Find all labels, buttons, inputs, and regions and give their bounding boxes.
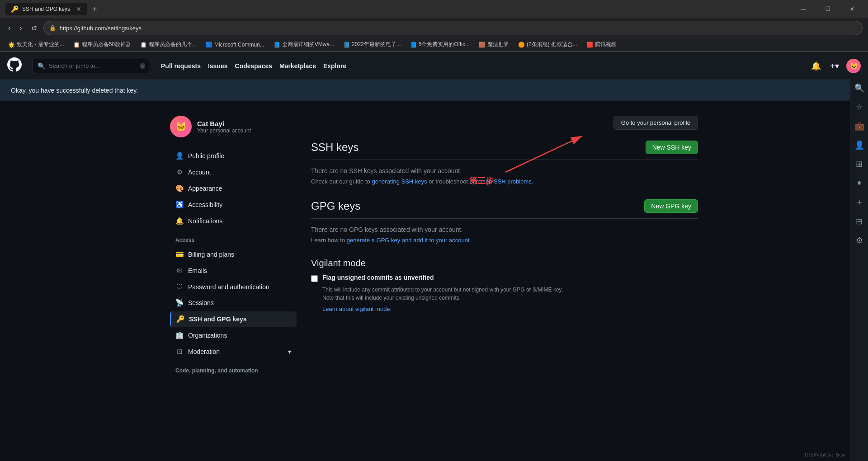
url-input[interactable] <box>60 25 857 32</box>
nav-link-marketplace[interactable]: Marketplace <box>279 62 316 70</box>
vigilant-checkbox-row: Flag unsigned commits as unverified <box>311 274 698 282</box>
new-item-button[interactable]: +▾ <box>828 59 841 73</box>
sidebar-item-sessions[interactable]: 📡 Sessions <box>170 295 297 310</box>
bookmark-item-7[interactable]: 🟫 魔法世界 <box>476 40 512 49</box>
bookmark-item-0[interactable]: 🌟 致美化 - 最专业的... <box>5 40 67 49</box>
nav-link-issues[interactable]: Issues <box>208 62 228 70</box>
sidebar-item-notifications[interactable]: 🔔 Notifications <box>170 213 297 229</box>
nav-link-codespaces[interactable]: Codespaces <box>235 62 272 70</box>
sidebar-item-label: Organizations <box>188 332 227 339</box>
sidebar-item-appearance[interactable]: 🎨 Appearance <box>170 181 297 196</box>
sessions-icon: 📡 <box>175 299 184 307</box>
bookmark-item-5[interactable]: 📘 2022年最新的电子... <box>340 40 404 49</box>
sidebar-item-public-profile[interactable]: 👤 Public profile <box>170 148 297 164</box>
right-icon-star[interactable]: ☆ <box>853 99 866 115</box>
bell-icon: 🔔 <box>175 217 184 225</box>
gpg-guide-end: . <box>470 237 472 244</box>
sidebar-item-accessibility[interactable]: ♿ Accessibility <box>170 197 297 212</box>
bookmark-item-1[interactable]: 📋 程序员必备50款神器 <box>71 40 134 49</box>
new-ssh-key-button[interactable]: New SSH key <box>646 141 698 154</box>
forward-button[interactable]: › <box>17 22 24 34</box>
back-button[interactable]: ‹ <box>5 22 13 34</box>
sidebar-item-label: Public profile <box>188 152 224 160</box>
github-logo[interactable] <box>7 57 22 75</box>
lock-icon: 🔒 <box>49 25 56 31</box>
right-icon-grid2[interactable]: ⊟ <box>853 214 865 229</box>
vigilant-section: Vigilant mode Flag unsigned commits as u… <box>311 258 698 312</box>
gpg-guide-prefix: Learn how to <box>311 237 347 244</box>
vigilant-checkbox-label[interactable]: Flag unsigned commits as unverified <box>322 274 434 281</box>
bookmark-item-4[interactable]: 📘 全网最详细的VMwa... <box>271 40 337 49</box>
bookmark-item-8[interactable]: 🟠 (2条消息) 推荐适合... <box>515 40 580 49</box>
github-header-right: 🔔 +▾ 🐱 <box>809 59 861 73</box>
go-to-profile-button[interactable]: Go to your personal profile <box>613 116 698 130</box>
bookmark-label: 5个免费实用的Offic... <box>419 41 470 48</box>
watermark: CSDN @Cat_Bayi <box>805 452 845 457</box>
address-bar[interactable]: 🔒 <box>43 21 863 35</box>
sidebar-item-account[interactable]: ⚙ Account <box>170 165 297 180</box>
nav-link-pullrequests[interactable]: Pull requests <box>161 62 201 70</box>
right-icon-grid[interactable]: ⊞ <box>853 156 865 172</box>
close-button[interactable]: ✕ <box>842 2 863 16</box>
ssh-guide-link1[interactable]: generating SSH keys <box>372 178 427 185</box>
email-icon: ✉ <box>175 267 184 275</box>
sidebar-item-organizations[interactable]: 🏢 Organizations <box>170 328 297 343</box>
new-tab-button[interactable]: + <box>89 3 101 16</box>
sidebar-item-label: Emails <box>188 267 207 274</box>
right-icon-briefcase[interactable]: 💼 <box>852 118 867 134</box>
sidebar-item-label: Accessibility <box>188 201 222 208</box>
minimize-button[interactable]: — <box>793 2 814 16</box>
gear-icon: ⚙ <box>175 168 184 176</box>
active-browser-tab[interactable]: 🔑 SSH and GPG keys ✕ <box>5 3 87 15</box>
gpg-guide-link[interactable]: generate a GPG key and add it to your ac… <box>347 237 470 244</box>
bookmark-item-2[interactable]: 📋 程序员必备的几个... <box>137 40 199 49</box>
vigilant-checkbox[interactable] <box>311 275 318 282</box>
right-icon-settings[interactable]: ⚙ <box>853 233 866 248</box>
alert-message: Okay, you have successfully deleted that… <box>11 87 138 94</box>
moderation-left: ⊡ Moderation <box>175 348 220 356</box>
alert-banner: Okay, you have successfully deleted that… <box>0 80 868 101</box>
sidebar-item-label: SSH and GPG keys <box>189 315 247 323</box>
paint-icon: 🎨 <box>175 184 184 193</box>
vigilant-desc-line2: Note that this will include your existin… <box>322 294 698 302</box>
gpg-section-title: GPG keys <box>311 200 360 212</box>
bookmark-label: 2022年最新的电子... <box>352 41 401 48</box>
bookmark-item-6[interactable]: 📘 5个免费实用的Offic... <box>407 40 472 49</box>
tab-favicon: 🔑 <box>11 5 19 13</box>
bookmark-favicon: 🟥 <box>586 42 593 48</box>
vigilant-learn-more-link[interactable]: Learn about vigilant mode. <box>322 306 392 312</box>
ssh-guide-link2[interactable]: common SSH problems <box>470 178 532 185</box>
bookmark-favicon: 🟠 <box>518 42 525 48</box>
browser-chrome: 🔑 SSH and GPG keys ✕ + — ❐ ✕ ‹ › ↺ 🔒 🌟 致… <box>0 0 868 52</box>
ssh-guide-mid: or troubleshoot <box>427 178 470 185</box>
right-icon-search[interactable]: 🔍 <box>852 80 867 96</box>
right-icon-diamond[interactable]: ♦ <box>854 175 864 190</box>
search-input[interactable] <box>49 62 137 69</box>
org-icon: 🏢 <box>175 331 184 339</box>
accessibility-icon: ♿ <box>175 201 184 209</box>
sidebar-item-billing[interactable]: 💳 Billing and plans <box>170 247 297 262</box>
sidebar-item-moderation[interactable]: ⊡ Moderation ▾ <box>170 344 297 359</box>
tab-close-btn[interactable]: ✕ <box>76 5 81 13</box>
refresh-button[interactable]: ↺ <box>28 22 40 34</box>
search-kbd: / <box>140 63 145 69</box>
right-icon-person[interactable]: 👤 <box>852 137 867 153</box>
restore-button[interactable]: ❐ <box>817 2 838 16</box>
bookmark-label: 致美化 - 最专业的... <box>17 41 64 48</box>
bookmark-favicon: 📋 <box>73 42 80 48</box>
bookmark-label: (2条消息) 推荐适合... <box>527 41 577 48</box>
user-avatar-header[interactable]: 🐱 <box>846 59 861 73</box>
github-search[interactable]: 🔍 / <box>33 59 150 73</box>
access-section-label: Access <box>170 230 297 247</box>
sidebar-item-password[interactable]: 🛡 Password and authentication <box>170 279 297 294</box>
sidebar-item-ssh-gpg[interactable]: 🔑 SSH and GPG keys <box>170 311 297 327</box>
right-icon-plus[interactable]: ＋ <box>853 194 866 210</box>
bookmark-item-9[interactable]: 🟥 腾讯视频 <box>584 40 619 49</box>
bookmark-item-3[interactable]: 🟦 Microsoft Commun... <box>203 41 267 49</box>
nav-link-explore[interactable]: Explore <box>323 62 346 70</box>
chevron-down-icon: ▾ <box>288 348 291 355</box>
gpg-empty-message: There are no GPG keys associated with yo… <box>311 226 698 233</box>
sidebar-item-emails[interactable]: ✉ Emails <box>170 263 297 278</box>
notifications-button[interactable]: 🔔 <box>809 59 823 73</box>
new-gpg-key-button[interactable]: New GPG key <box>644 199 698 213</box>
